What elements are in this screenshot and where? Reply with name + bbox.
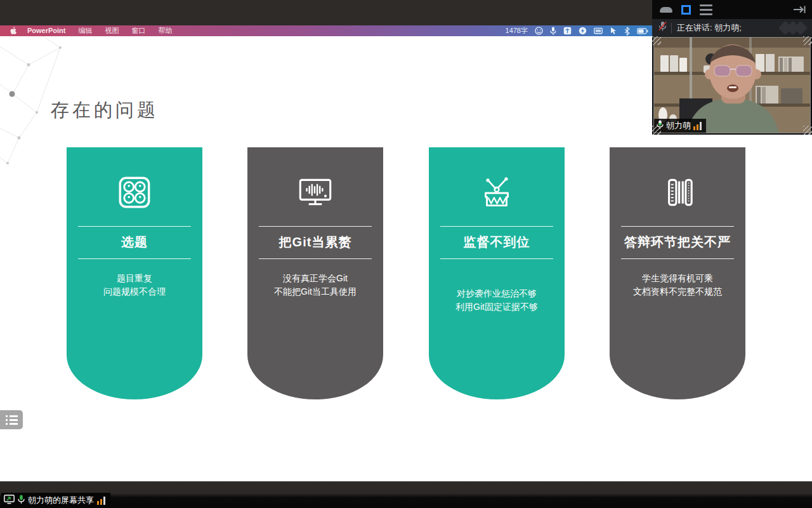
speaking-label: 正在讲话: 朝力萌; (677, 22, 742, 34)
divider (259, 226, 372, 227)
meeting-app-window: PowerPoint 编辑 视图 窗口 帮助 1478字 (0, 0, 812, 508)
card-title: 把Git当累赘 (247, 234, 383, 251)
mic-muted-icon[interactable] (658, 21, 667, 34)
list-icon (6, 415, 18, 425)
problem-card-git-burden: 把Git当累赘 没有真正学会Git 不能把Git当工具使用 (247, 147, 383, 399)
lightning-icon[interactable] (579, 27, 587, 35)
drum-icon (429, 169, 565, 216)
menu-icon[interactable] (700, 4, 712, 15)
layout-square-icon[interactable] (681, 5, 691, 15)
resize-corner-mark[interactable] (652, 36, 661, 45)
resize-corner-mark[interactable] (652, 126, 661, 135)
bluetooth-icon[interactable] (624, 27, 630, 36)
accordion-icon (610, 169, 745, 216)
card-title: 选题 (67, 234, 202, 251)
card-line: 对抄袭作业惩治不够 (429, 287, 565, 300)
card-line: 利用Git固定证据不够 (429, 300, 565, 314)
slide-title: 存在的问题 (51, 98, 159, 123)
card-line: 不能把Git当工具使用 (247, 285, 383, 298)
meeting-video-panel: 正在讲话: 朝力萌; (652, 0, 812, 135)
minimize-icon[interactable] (660, 7, 672, 13)
battery-icon[interactable] (637, 28, 648, 34)
card-line: 没有真正学会Git (247, 272, 383, 285)
smiley-icon[interactable] (535, 27, 543, 35)
apple-icon[interactable] (6, 27, 21, 35)
problem-card-supervision: 监督不到位 对抄袭作业惩治不够 利用Git固定证据不够 (429, 147, 565, 399)
collapse-right-icon[interactable] (793, 5, 806, 14)
problem-card-topic: 选题 题目重复 问题规模不合理 (67, 147, 202, 399)
word-count-status: 1478字 (506, 26, 528, 36)
bottom-strip (0, 481, 812, 508)
card-title: 监督不到位 (429, 234, 565, 251)
stove-burners-icon (67, 169, 202, 216)
input-method-icon[interactable] (563, 27, 572, 35)
card-line: 题目重复 (67, 272, 202, 285)
panel-controls (652, 0, 812, 19)
share-label: 朝力萌的屏幕共享 (28, 495, 94, 506)
problem-card-defense: 答辩环节把关不严 学生觉得有机可乘 文档资料不完整不规范 (610, 147, 745, 399)
participant-name-tag: 朝力萌 (654, 119, 706, 133)
screen-share-status-bar: 朝力萌的屏幕共享 (1, 493, 110, 508)
slideshow-nav-button[interactable] (0, 410, 23, 429)
divider (78, 258, 191, 259)
monitor-waveform-icon (247, 169, 383, 216)
mic-active-icon (18, 495, 25, 507)
divider (621, 258, 734, 259)
card-line: 问题规模不合理 (67, 285, 202, 298)
resize-corner-mark[interactable] (803, 36, 812, 45)
divider (440, 258, 553, 259)
menu-powerpoint[interactable]: PowerPoint (21, 25, 72, 36)
audio-level-bars (97, 496, 105, 505)
resize-corner-mark[interactable] (803, 126, 812, 135)
divider (78, 226, 191, 227)
participant-video[interactable]: 朝力萌 (653, 37, 811, 133)
screen-share-icon (4, 495, 15, 507)
microphone-icon[interactable] (550, 27, 556, 36)
divider (440, 226, 553, 227)
menu-view[interactable]: 视图 (99, 25, 126, 36)
divider (621, 226, 734, 227)
card-line: 文档资料不完整不规范 (610, 285, 745, 298)
card-line: 学生觉得有机可乘 (610, 272, 745, 285)
divider (259, 258, 372, 259)
meeting-watermark-logo (776, 21, 809, 35)
menu-window[interactable]: 窗口 (126, 25, 152, 36)
menu-edit[interactable]: 编辑 (72, 25, 99, 36)
menu-help[interactable]: 帮助 (152, 25, 179, 36)
cursor-icon[interactable] (610, 27, 617, 35)
card-title: 答辩环节把关不严 (610, 234, 745, 251)
speaking-status-bar: 正在讲话: 朝力萌; (652, 19, 812, 36)
display-icon[interactable] (594, 27, 603, 35)
audio-level-bars (693, 121, 702, 130)
participant-name: 朝力萌 (666, 120, 691, 131)
